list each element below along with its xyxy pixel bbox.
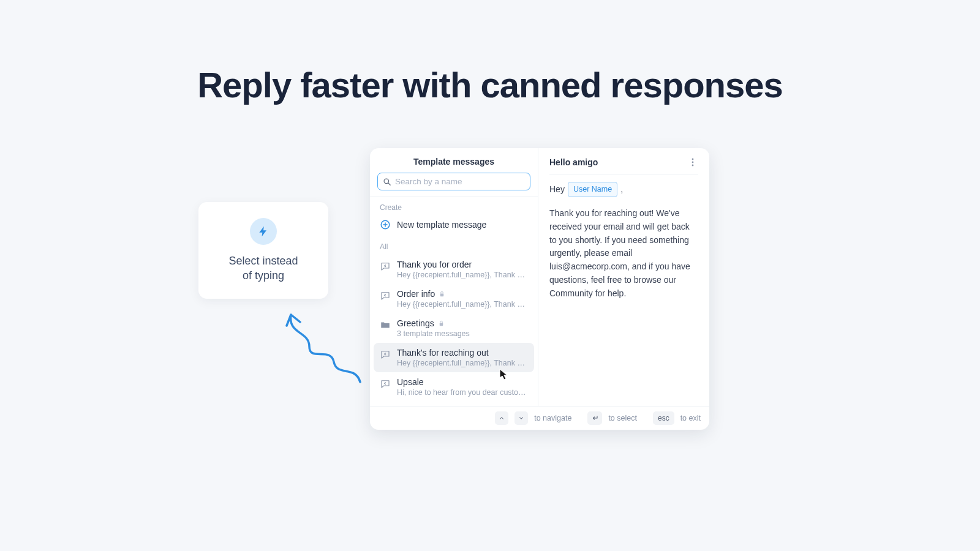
message-reply-icon [380,290,391,301]
search-field[interactable] [377,173,530,190]
template-item-subtitle: Hey {{recepient.full_name}}, Thank you f… [397,271,528,279]
template-list-pane: Template messages Create New template me… [370,148,538,406]
search-icon [383,178,391,186]
modal-footer: to navigate to select esc to exit [370,406,709,430]
template-item-thanks-reaching-out[interactable]: Thank's for reaching out Hey {{recepient… [374,343,534,372]
footer-select-label: to select [608,414,637,422]
template-preview-pane: Hello amigo Hey User Name , Thank you fo… [538,148,709,406]
callout-card: Select instead of typing [198,202,328,299]
template-item-upsale[interactable]: Upsale Hi, nice to hear from you dear cu… [374,372,534,402]
arrow-down-key [514,411,528,425]
variable-chip[interactable]: User Name [568,182,617,197]
svg-rect-5 [440,293,444,296]
section-all-label: All [374,236,534,255]
template-item-title: Upsale [397,377,424,387]
template-modal: Template messages Create New template me… [370,148,709,430]
template-folder-greetings[interactable]: Greetings 3 template messages [374,313,534,343]
message-reply-icon [380,378,391,389]
new-template-button[interactable]: New template message [374,216,534,236]
hero-title: Reply faster with canned responses [0,64,980,105]
preview-greeting-suffix: , [620,183,623,197]
template-item-subtitle: 3 template messages [397,329,528,338]
folder-icon [380,320,391,331]
template-item-title: Order info [397,289,435,299]
esc-key: esc [653,411,674,425]
kebab-icon [692,158,694,167]
preview-title: Hello amigo [549,157,598,167]
message-reply-icon [380,261,391,272]
footer-navigate-label: to navigate [534,414,571,422]
template-item-thank-you-order[interactable]: Thank you for order Hey {{recepient.full… [374,255,534,284]
preview-message-body: Thank you for reaching out! We've receiv… [549,207,698,300]
message-reply-icon [380,349,391,360]
arrow-up-key [495,411,508,425]
bolt-icon [250,218,277,245]
template-item-title: Greetings [397,318,434,328]
template-item-subtitle: Hi, nice to hear from you dear customer,… [397,388,528,397]
new-template-label: New template message [397,220,486,230]
template-item-order-info[interactable]: Order info Hey {{recepient.full_name}}, … [374,284,534,313]
template-item-title: Thank's for reaching out [397,348,489,358]
arrow-squiggle-icon [276,310,368,389]
template-list-title: Template messages [370,148,538,167]
svg-point-9 [692,165,694,167]
svg-point-7 [692,159,694,160]
svg-line-1 [388,182,391,185]
template-item-subtitle: Hey {{recepient.full_name}}, Thank y for… [397,359,528,367]
lock-icon [439,291,445,298]
svg-rect-6 [439,323,443,326]
preview-body: Hey User Name , Thank you for reaching o… [549,174,698,300]
enter-icon [591,415,598,421]
plus-circle-icon [380,219,391,230]
footer-exit-label: to exit [680,414,701,422]
callout-line1: Select instead [228,255,298,267]
more-button[interactable] [687,157,698,168]
callout-text: Select instead of typing [228,253,298,283]
svg-point-8 [692,162,694,163]
callout-line2: of typing [243,269,284,282]
lock-icon [438,320,445,327]
enter-key [587,411,602,425]
search-input[interactable] [395,177,525,186]
chevron-down-icon [518,415,524,421]
template-item-title: Thank you for order [397,260,472,269]
section-create-label: Create [374,197,534,216]
chevron-up-icon [499,415,505,421]
template-item-subtitle: Hey {{recepient.full_name}}, Thank you f… [397,300,528,309]
preview-greeting-prefix: Hey [549,183,565,197]
